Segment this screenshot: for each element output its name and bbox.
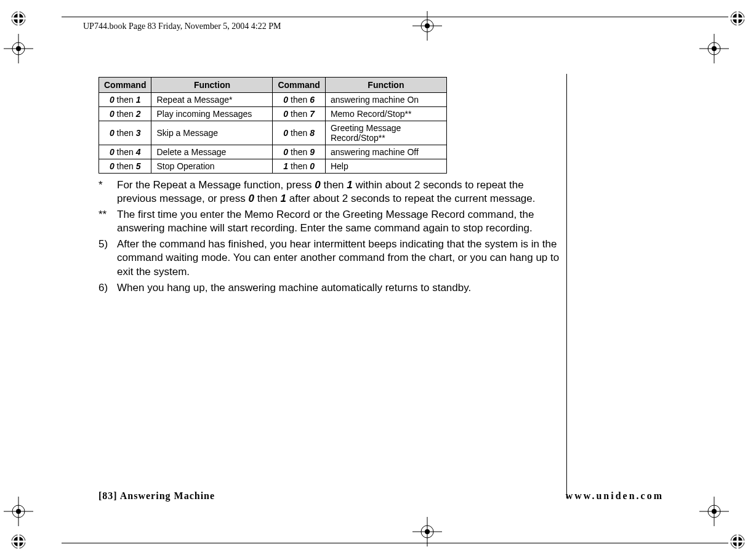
content: Command Function Command Function 0 then…	[99, 77, 560, 297]
top-rule	[62, 17, 728, 17]
step-5: 5) After the command has finished, you h…	[99, 238, 560, 278]
crosshair-right-bottom	[696, 497, 725, 526]
command-cell: 0 then 5	[99, 159, 151, 174]
svg-rect-7	[730, 18, 745, 20]
command-cell: 0 then 7	[273, 107, 325, 121]
svg-point-23	[712, 46, 717, 51]
function-cell: answering machine Off	[325, 145, 446, 159]
th-command-2: Command	[273, 78, 325, 93]
footnote-2: ** The first time you enter the Memo Rec…	[99, 208, 560, 235]
function-cell: Play incoming Messages	[151, 107, 273, 121]
svg-point-27	[16, 509, 21, 514]
table-row: 0 then 3Skip a Message0 then 8Greeting M…	[99, 121, 447, 145]
function-cell: Delete a Message	[151, 145, 273, 159]
th-command-1: Command	[99, 78, 151, 93]
svg-point-31	[712, 509, 717, 514]
th-function-1: Function	[151, 78, 273, 93]
crosshair-bottom-mid	[412, 517, 442, 549]
bottom-rule	[62, 543, 728, 543]
footnote-1-marker: *	[99, 178, 117, 206]
crosshair-left-bottom	[0, 497, 30, 526]
table-row: 0 then 2Play incoming Messages0 then 7Me…	[99, 107, 447, 121]
table-header-row: Command Function Command Function	[99, 78, 447, 93]
command-cell: 1 then 0	[273, 159, 325, 174]
function-cell: Repeat a Message*	[151, 93, 273, 107]
footer-left: [83] Answering Machine	[99, 490, 215, 502]
function-cell: Greeting Message Record/Stop**	[325, 121, 446, 145]
footnote-1: * For the Repeat a Message function, pre…	[99, 178, 560, 206]
function-cell: answering machine On	[325, 93, 446, 107]
crosshair-right-top	[696, 34, 725, 63]
step-5-marker: 5)	[99, 238, 117, 278]
svg-rect-11	[11, 541, 26, 543]
reg-mark-bottom-left	[11, 534, 26, 549]
body-text: * For the Repeat a Message function, pre…	[99, 178, 560, 295]
command-cell: 0 then 6	[273, 93, 325, 107]
table-row: 0 then 4Delete a Message0 then 9answerin…	[99, 145, 447, 159]
step-5-text: After the command has finished, you hear…	[117, 238, 560, 278]
step-6: 6) When you hang up, the answering machi…	[99, 281, 560, 295]
command-table: Command Function Command Function 0 then…	[99, 77, 447, 174]
function-cell: Help	[325, 159, 446, 174]
th-function-2: Function	[325, 78, 446, 93]
command-cell: 0 then 1	[99, 93, 151, 107]
reg-mark-top-left	[11, 11, 26, 26]
footnote-1-text: For the Repeat a Message function, press…	[117, 178, 560, 206]
command-cell: 0 then 4	[99, 145, 151, 159]
svg-rect-15	[730, 541, 745, 543]
footnote-2-marker: **	[99, 208, 117, 235]
svg-point-19	[16, 46, 21, 51]
page-footer: [83] Answering Machine www.uniden.com	[99, 490, 664, 502]
command-cell: 0 then 8	[273, 121, 325, 145]
table-row: 0 then 5Stop Operation1 then 0Help	[99, 159, 447, 174]
svg-point-35	[425, 23, 430, 28]
reg-mark-bottom-right	[730, 534, 745, 549]
function-cell: Memo Record/Stop**	[325, 107, 446, 121]
svg-rect-3	[11, 18, 26, 20]
reg-mark-top-right	[730, 11, 745, 26]
page-header: UP744.book Page 83 Friday, November 5, 2…	[83, 22, 281, 31]
function-cell: Skip a Message	[151, 121, 273, 145]
crosshair-left-top	[0, 34, 30, 63]
footnote-2-text: The first time you enter the Memo Record…	[117, 208, 560, 235]
crosshair-top-mid	[412, 11, 442, 43]
function-cell: Stop Operation	[151, 159, 273, 174]
table-row: 0 then 1Repeat a Message*0 then 6answeri…	[99, 93, 447, 107]
command-cell: 0 then 2	[99, 107, 151, 121]
footer-right: www.uniden.com	[566, 490, 664, 502]
step-6-marker: 6)	[99, 281, 117, 295]
vertical-rule	[566, 74, 567, 498]
command-cell: 0 then 9	[273, 145, 325, 159]
svg-point-39	[425, 529, 430, 534]
step-6-text: When you hang up, the answering machine …	[117, 281, 560, 295]
command-cell: 0 then 3	[99, 121, 151, 145]
